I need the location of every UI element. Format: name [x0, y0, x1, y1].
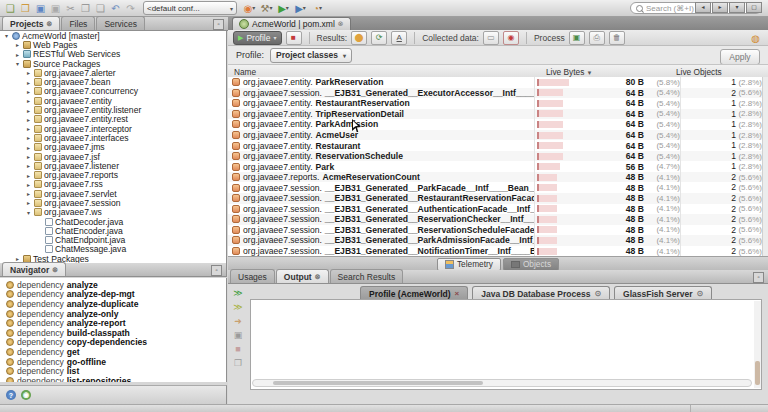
maximize-icon[interactable]: ▢ — [746, 2, 762, 13]
tab-acmeworld-pom[interactable]: AcmeWorld | pom.xml ⊗ — [232, 17, 351, 30]
chevron-down-icon[interactable]: ▾ — [252, 2, 255, 15]
resume-icon[interactable]: ➜ — [232, 316, 244, 327]
apply-button[interactable]: Apply — [720, 49, 760, 65]
table-row[interactable]: org.javaee7.entity.ReservationSchedule 6… — [228, 151, 768, 162]
col-live-bytes[interactable]: Live Bytes ▼ — [546, 67, 593, 77]
minimize-panel-icon[interactable]: ▫ — [213, 19, 224, 30]
tree-item[interactable]: ChatMessage.java — [0, 245, 226, 254]
profile-mode-select[interactable]: Project classes ▾ — [270, 48, 352, 63]
tree-item[interactable]: ▸ org.javaee7.entity.listener — [0, 105, 226, 114]
tree-item[interactable]: ▸ org.javaee7.bean — [0, 77, 226, 86]
expand-arrow-icon[interactable]: ▸ — [25, 199, 32, 206]
new-file-icon[interactable]: ❑ — [4, 2, 17, 15]
clear-icon[interactable]: ❐ — [232, 358, 244, 369]
gc-button[interactable]: ▣ — [569, 31, 585, 45]
col-name[interactable]: Name — [234, 67, 256, 77]
tab-usages[interactable]: Usages — [230, 269, 275, 283]
expand-arrow-icon[interactable]: ▸ — [25, 172, 32, 179]
table-row[interactable]: org.javaee7.session.__EJB31_Generated__E… — [228, 88, 768, 99]
chevron-down-icon[interactable]: ▾ — [286, 2, 289, 15]
navigator-item[interactable]: dependency analyze-only — [0, 309, 226, 319]
navigator-item[interactable]: dependency get — [0, 347, 226, 357]
expand-arrow-icon[interactable]: ▸ — [25, 134, 32, 141]
profile-button[interactable]: ▶ Profile ▾ — [233, 31, 282, 45]
chevron-down-icon[interactable]: ▾ — [303, 2, 306, 15]
redo-icon[interactable]: ↷ — [124, 2, 137, 15]
expand-arrow-icon[interactable]: ▸ — [25, 69, 32, 76]
tab-list-icon[interactable]: ▾ — [729, 2, 745, 13]
undo-icon[interactable]: ↶ — [109, 2, 122, 15]
console-vscrollbar[interactable] — [754, 301, 761, 388]
tree-item[interactable]: ▸ org.javaee7.interfaces — [0, 133, 226, 142]
chevron-down-icon[interactable]: ▾ — [319, 2, 322, 15]
close-icon[interactable]: ⊗ — [338, 20, 344, 28]
tab-glassfish-server[interactable]: GlassFish Server ⊙ — [614, 286, 712, 300]
record-allocations-button[interactable]: ◉ — [503, 31, 519, 45]
tree-item[interactable]: ▸ org.javaee7.concurrency — [0, 87, 226, 96]
navigator-item[interactable]: dependency build-classpath — [0, 328, 226, 338]
expand-arrow-icon[interactable]: ▸ — [25, 153, 32, 160]
build-project-icon[interactable]: ⚒▾ — [260, 2, 273, 15]
expand-arrow-icon[interactable]: ▸ — [25, 144, 32, 151]
table-row[interactable]: org.javaee7.session.__EJB31_Generated__R… — [228, 225, 768, 236]
navigator-item[interactable]: dependency analyze-dep-mgt — [0, 290, 226, 300]
back-icon[interactable]: ◂ — [695, 2, 711, 13]
tab-projects[interactable]: Projects ⊗ — [2, 16, 60, 30]
tab-javadb-process[interactable]: Java DB Database Process ⊙ — [472, 286, 610, 300]
tree-item[interactable]: ▸ Web Pages — [0, 40, 226, 49]
navigator-item[interactable]: dependency copy-dependencies — [0, 338, 226, 348]
take-snapshot-button[interactable]: ⬤ — [351, 31, 367, 45]
navigator-item[interactable]: dependency analyze — [0, 280, 226, 290]
tree-item[interactable]: ▸ org.javaee7.entity — [0, 96, 226, 105]
tree-item[interactable]: ChatEncoder.java — [0, 226, 226, 235]
table-row[interactable]: org.javaee7.reports.AcmeReservationCount… — [228, 172, 768, 183]
filter-icon[interactable]: ◉ — [21, 390, 31, 400]
navigator-item[interactable]: dependency list-repositories — [0, 376, 226, 382]
expand-arrow-icon[interactable]: ▸ — [25, 107, 32, 114]
table-row[interactable]: org.javaee7.entity.AcmeUser 64 B (5.4%) … — [228, 130, 768, 141]
reset-collected-button[interactable]: ▭ — [483, 31, 499, 45]
expand-arrow-icon[interactable]: ▸ — [25, 125, 32, 132]
rerun-debug-icon[interactable]: ≫ — [232, 302, 244, 313]
table-row[interactable]: org.javaee7.entity.RestaurantReservation… — [228, 98, 768, 109]
stop-profiling-button[interactable]: ■ — [286, 31, 302, 45]
tree-item[interactable]: ChatEndpoint.java — [0, 236, 226, 245]
tree-item[interactable]: ▾ org.javaee7.ws — [0, 208, 226, 217]
expand-arrow-icon[interactable]: ▸ — [25, 88, 32, 95]
expand-arrow-icon[interactable]: ▾ — [3, 32, 10, 39]
table-row[interactable]: org.javaee7.session.__EJB31_Generated__P… — [228, 235, 768, 246]
tree-item[interactable]: ▸ RESTful Web Services — [0, 50, 226, 59]
paste-icon[interactable]: ❏ — [94, 2, 107, 15]
navigator-item[interactable]: dependency analyze-duplicate — [0, 299, 226, 309]
tree-item[interactable]: ▸ org.javaee7.servlet — [0, 189, 226, 198]
forward-icon[interactable]: ▸ — [712, 2, 728, 13]
tree-item[interactable]: ▸ org.javaee7.rss — [0, 180, 226, 189]
close-icon[interactable]: ⊙ — [594, 289, 601, 298]
table-row[interactable]: org.javaee7.entity.Park 56 B (4.7%) 1 (2… — [228, 161, 768, 172]
profile-project-icon[interactable]: ◔▾ — [311, 2, 324, 15]
expand-arrow-icon[interactable]: ▸ — [25, 97, 32, 104]
cut-icon[interactable]: ✂ — [64, 2, 77, 15]
console-hscrollbar[interactable] — [252, 379, 752, 387]
tab-objects[interactable]: Objects — [503, 258, 559, 271]
tree-item[interactable]: ▸ org.javaee7.session — [0, 198, 226, 207]
table-row[interactable]: org.javaee7.entity.ParkAdmission 64 B (5… — [228, 119, 768, 130]
minimize-panel-icon[interactable]: ▫ — [211, 265, 222, 276]
scrollbar-thumb[interactable] — [273, 381, 483, 385]
close-icon[interactable]: × — [455, 289, 460, 298]
expand-arrow-icon[interactable]: ▸ — [14, 51, 21, 58]
tab-search-results[interactable]: Search Results — [330, 269, 404, 283]
tree-item[interactable]: ▸ org.javaee7.alerter — [0, 68, 226, 77]
scrollbar-thumb[interactable] — [755, 361, 760, 385]
table-row[interactable]: org.javaee7.session.__EJB31_Generated__A… — [228, 204, 768, 215]
refresh-results-button[interactable]: ⟳ — [371, 31, 387, 45]
col-live-objects[interactable]: Live Objects — [676, 67, 722, 77]
table-row[interactable]: org.javaee7.entity.TripReservationDetail… — [228, 109, 768, 120]
expand-arrow-icon[interactable]: ▸ — [25, 162, 32, 169]
tree-item[interactable]: ▸ org.javaee7.entity.rest — [0, 115, 226, 124]
tab-telemetry[interactable]: Telemetry — [437, 258, 501, 271]
tab-profile-acmeworld[interactable]: Profile (AcmeWorld) × — [360, 286, 468, 300]
run-configuration-select[interactable]: <default conf... ▾ — [143, 1, 237, 15]
navigator-item[interactable]: dependency list — [0, 366, 226, 376]
discard-button[interactable]: 🗑 — [609, 31, 625, 45]
